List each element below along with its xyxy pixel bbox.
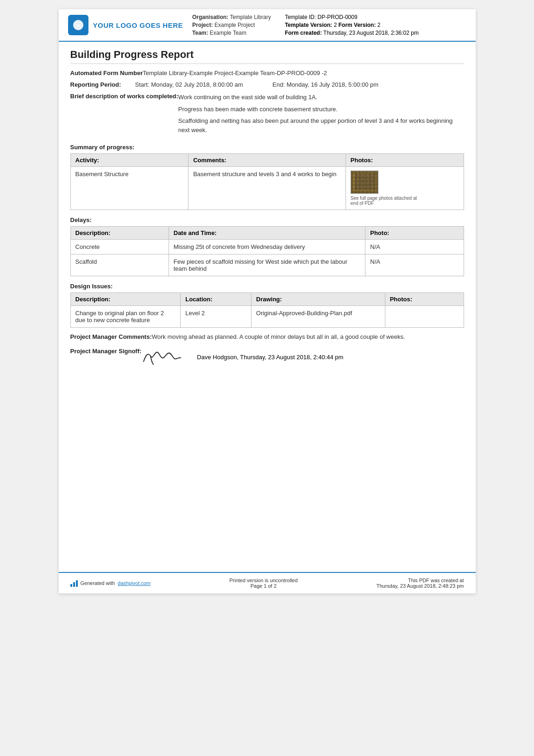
svg-rect-3 <box>358 173 359 191</box>
template-id-line: Template ID: DP-PROD-0009 <box>285 14 419 20</box>
delays-col-datetime: Date and Time: <box>169 227 365 240</box>
pm-comments-label: Project Manager Comments: <box>70 333 152 340</box>
summary-photos-1: See full page photos attached at end of … <box>346 167 464 210</box>
pm-signoff-row: Project Manager Signoff: Dave Hodgson, T… <box>70 348 464 366</box>
summary-col-photos: Photos: <box>346 154 464 167</box>
svg-rect-6 <box>371 173 372 191</box>
brief-desc-3: Scaffolding and netting has also been pu… <box>178 116 464 134</box>
created-line2: Thursday, 23 August 2018, 2:48:23 pm <box>377 583 464 589</box>
svg-rect-11 <box>355 175 375 190</box>
design-issues-table: Description: Location: Drawing: Photos: … <box>70 292 464 328</box>
footer-printed: Printed version is uncontrolled Page 1 o… <box>229 578 297 589</box>
dashpivot-icon <box>70 579 78 587</box>
delays-desc-2: Scaffold <box>70 254 169 276</box>
content: Building Progress Report Automated Form … <box>59 42 476 572</box>
header-template-col: Template ID: DP-PROD-0009 Template Versi… <box>285 14 419 36</box>
delays-datetime-1: Missing 25t of concrete from Wednesday d… <box>169 240 365 254</box>
svg-rect-10 <box>352 190 377 191</box>
pm-comments-row: Project Manager Comments: Work moving ah… <box>70 333 464 340</box>
design-col-photos: Photos: <box>385 293 464 306</box>
delays-photo-1: N/A <box>365 240 464 254</box>
logo-icon <box>68 15 88 35</box>
reporting-period-row: Reporting Period: Start: Monday, 02 July… <box>70 81 464 88</box>
design-issues-title: Design Issues: <box>70 283 464 290</box>
delays-desc-1: Concrete <box>70 240 169 254</box>
dashpivot-link[interactable]: dashpivot.com <box>118 580 151 586</box>
reporting-period-value: Start: Monday, 02 July 2018, 8:00:00 am … <box>135 81 464 88</box>
logo-section: YOUR LOGO GOES HERE <box>68 14 183 36</box>
design-row-1: Change to original plan on floor 2 due t… <box>70 306 464 328</box>
svg-rect-9 <box>352 185 377 187</box>
delays-row-2: Scaffold Few pieces of scaffold missing … <box>70 254 464 276</box>
summary-col-activity: Activity: <box>70 154 188 167</box>
photo-cell: See full page photos attached at end of … <box>351 171 459 206</box>
design-header-row: Description: Location: Drawing: Photos: <box>70 293 464 306</box>
delays-row-1: Concrete Missing 25t of concrete from We… <box>70 240 464 254</box>
automated-form-value: Template Library-Example Project-Example… <box>143 70 464 76</box>
created-line1: This PDF was created at <box>377 578 464 583</box>
summary-comments-1: Basement structure and levels 3 and 4 wo… <box>188 167 346 210</box>
generated-text: Generated with <box>81 580 115 586</box>
summary-row-1: Basement Structure Basement structure an… <box>70 167 464 210</box>
header-org-col: Organisation: Template Library Project: … <box>192 14 271 36</box>
printed-line1: Printed version is uncontrolled <box>229 578 297 583</box>
automated-form-label: Automated Form Number <box>70 70 143 76</box>
delays-title: Delays: <box>70 216 464 223</box>
svg-rect-7 <box>352 176 377 178</box>
design-col-drawing: Drawing: <box>251 293 385 306</box>
pm-signoff-name: Dave Hodgson, Thursday, 23 August 2018, … <box>197 354 343 361</box>
svg-rect-1 <box>351 171 378 193</box>
design-photos-1 <box>385 306 464 328</box>
form-created-line: Form created: Thursday, 23 August 2018, … <box>285 30 419 36</box>
design-location-1: Level 2 <box>181 306 251 328</box>
summary-activity-1: Basement Structure <box>70 167 188 210</box>
brief-desc-1: Work continuing on the east side wall of… <box>178 93 464 102</box>
summary-table: Activity: Comments: Photos: Basement Str… <box>70 153 464 210</box>
brief-description-row: Brief description of works completed: Wo… <box>70 93 464 137</box>
header-meta: Organisation: Template Library Project: … <box>192 14 466 36</box>
summary-title: Summary of progress: <box>70 144 464 151</box>
footer-generated: Generated with dashpivot.com <box>70 579 151 587</box>
design-col-desc: Description: <box>70 293 181 306</box>
svg-rect-2 <box>353 173 355 191</box>
footer: Generated with dashpivot.com Printed ver… <box>59 572 476 593</box>
delays-photo-2: N/A <box>365 254 464 276</box>
signature-image <box>141 348 183 366</box>
delays-header-row: Description: Date and Time: Photo: <box>70 227 464 240</box>
svg-rect-4 <box>362 173 364 191</box>
design-desc-1: Change to original plan on floor 2 due t… <box>70 306 181 328</box>
brief-description-label: Brief description of works completed: <box>70 93 178 137</box>
summary-col-comments: Comments: <box>188 154 346 167</box>
svg-point-0 <box>77 25 79 27</box>
design-drawing-1: Original-Approved-Building-Plan.pdf <box>251 306 385 328</box>
delays-table: Description: Date and Time: Photo: Concr… <box>70 226 464 276</box>
photo-thumbnail <box>351 171 378 194</box>
summary-header-row: Activity: Comments: Photos: <box>70 154 464 167</box>
photo-caption: See full page photos attached at end of … <box>351 196 425 206</box>
svg-rect-5 <box>367 173 368 191</box>
logo-text: YOUR LOGO GOES HERE <box>93 21 183 29</box>
report-title: Building Progress Report <box>70 49 464 64</box>
org-line: Organisation: Template Library <box>192 14 271 20</box>
header: YOUR LOGO GOES HERE Organisation: Templa… <box>59 9 476 42</box>
page: YOUR LOGO GOES HERE Organisation: Templa… <box>59 9 476 593</box>
pm-comments-value: Work moving ahead as planned. A couple o… <box>152 333 464 340</box>
printed-line2: Page 1 of 2 <box>229 583 297 589</box>
reporting-period-label: Reporting Period: <box>70 81 135 88</box>
delays-col-desc: Description: <box>70 227 169 240</box>
pm-signoff-content: Dave Hodgson, Thursday, 23 August 2018, … <box>141 348 343 366</box>
svg-rect-8 <box>352 181 377 182</box>
footer-created: This PDF was created at Thursday, 23 Aug… <box>377 578 464 589</box>
brief-desc-2: Progress has been made with concrete bas… <box>178 105 464 114</box>
template-version-line: Template Version: 2 Form Version: 2 <box>285 22 419 28</box>
automated-form-row: Automated Form Number Template Library-E… <box>70 70 464 76</box>
pm-signoff-label: Project Manager Signoff: <box>70 348 142 366</box>
delays-datetime-2: Few pieces of scaffold missing for West … <box>169 254 365 276</box>
design-col-location: Location: <box>181 293 251 306</box>
brief-description-value: Work continuing on the east side wall of… <box>178 93 464 137</box>
delays-col-photo: Photo: <box>365 227 464 240</box>
team-line: Team: Example Team <box>192 30 271 36</box>
project-line: Project: Example Project <box>192 22 271 28</box>
